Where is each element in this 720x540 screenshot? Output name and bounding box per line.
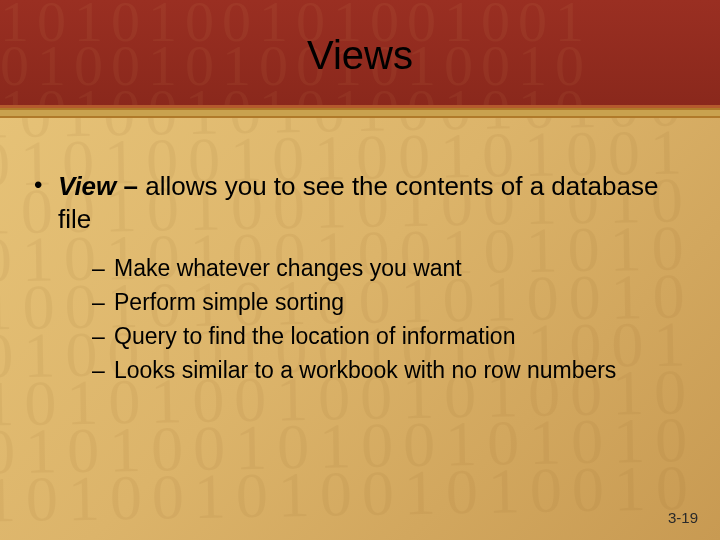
dash-icon: – xyxy=(92,355,114,386)
page-number: 3-19 xyxy=(668,509,698,526)
sub-bullet-item: – Looks similar to a workbook with no ro… xyxy=(92,355,680,386)
sub-bullet-text: Make whatever changes you want xyxy=(114,253,680,284)
slide: 10101001010010010 01001010010100101 1010… xyxy=(0,0,720,540)
bullet-icon: • xyxy=(34,170,58,200)
dash-icon: – xyxy=(92,321,114,352)
title-band: 1010100101001001 0100101001010010 101001… xyxy=(0,0,720,108)
bullet-item: • View – allows you to see the contents … xyxy=(34,170,680,235)
sub-bullet-item: – Perform simple sorting xyxy=(92,287,680,318)
bullet-term: View xyxy=(58,171,116,201)
sub-bullet-item: – Make whatever changes you want xyxy=(92,253,680,284)
dash-icon: – xyxy=(92,253,114,284)
bullet-text: View – allows you to see the contents of… xyxy=(58,170,680,235)
sub-bullet-text: Looks similar to a workbook with no row … xyxy=(114,355,680,386)
content-area: • View – allows you to see the contents … xyxy=(34,170,680,389)
sub-bullet-list: – Make whatever changes you want – Perfo… xyxy=(92,253,680,386)
sub-bullet-text: Query to find the location of informatio… xyxy=(114,321,680,352)
dash-icon: – xyxy=(92,287,114,318)
bullet-definition: allows you to see the contents of a data… xyxy=(58,171,658,234)
sub-bullet-text: Perform simple sorting xyxy=(114,287,680,318)
sub-bullet-item: – Query to find the location of informat… xyxy=(92,321,680,352)
bullet-separator: – xyxy=(116,171,145,201)
divider-bar xyxy=(0,108,720,118)
slide-title: Views xyxy=(307,33,413,78)
